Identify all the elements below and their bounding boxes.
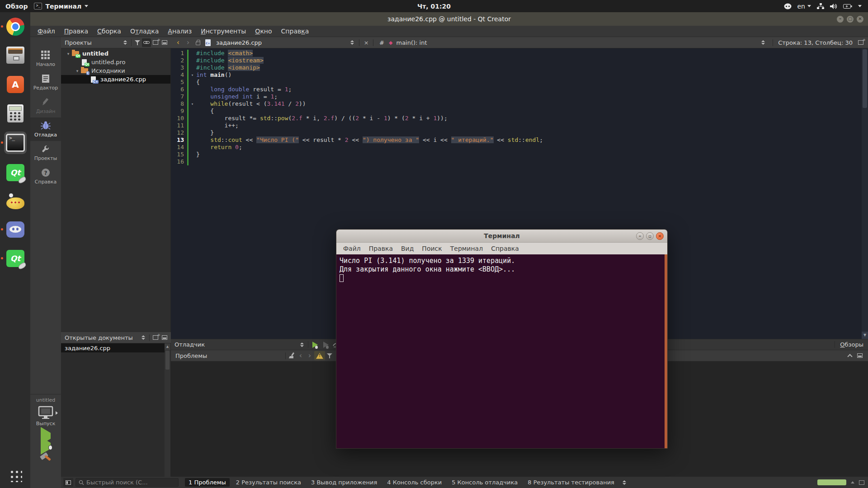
code-line-3[interactable]: 3#include <iomanip> <box>171 64 868 71</box>
split-panel-icon[interactable] <box>151 38 160 47</box>
menu-Справка[interactable]: Справка <box>277 28 314 35</box>
code-line-15[interactable]: 15} <box>171 151 868 158</box>
output-pane-button-3[interactable]: 3 Вывод приложения <box>307 478 381 487</box>
close-panel-icon[interactable] <box>160 38 169 47</box>
debugger-view-dropdown[interactable]: Отладчик <box>171 340 307 349</box>
maximize-panel-icon[interactable] <box>847 354 852 359</box>
show-warnings-toggle[interactable] <box>314 351 325 360</box>
output-pane-icon[interactable] <box>859 480 864 485</box>
tree-item-задание26.cpp[interactable]: C+задание26.cpp <box>61 75 170 84</box>
panel-dropdown-arrows[interactable] <box>620 478 629 487</box>
dock-item-calculator[interactable] <box>4 102 27 125</box>
output-pane-button-8[interactable]: 8 Результаты тестирования <box>524 478 618 487</box>
focused-app-menu[interactable]: >_ Терминал <box>34 3 88 10</box>
dock-item-file-cabinet[interactable] <box>4 44 27 66</box>
battery-icon[interactable] <box>843 4 852 9</box>
output-pane-button-5[interactable]: 5 Консоль отладчика <box>448 478 521 487</box>
close-button[interactable]: ✕ <box>656 232 664 240</box>
file-dropdown-arrows[interactable] <box>348 38 357 47</box>
scrollbar-thumb[interactable] <box>165 351 170 370</box>
menu-Отладка[interactable]: Отладка <box>126 28 163 35</box>
mode-pencil[interactable]: Дизайн <box>30 94 61 117</box>
minimize-button[interactable]: – <box>837 16 844 23</box>
terminal-menu-Терминал[interactable]: Терминал <box>446 245 487 252</box>
output-pane-button-4[interactable]: 4 Консоль сборки <box>383 478 445 487</box>
scrollbar-thumb[interactable] <box>863 49 867 108</box>
fold-marker-icon[interactable]: ▾ <box>189 71 196 79</box>
close-panel-icon[interactable] <box>857 353 863 358</box>
terminal-output[interactable]: Число PI (3.141) получено за 1339 итерац… <box>336 254 667 448</box>
terminal-menu-Правка[interactable]: Правка <box>365 245 397 252</box>
terminal-titlebar[interactable]: Терминал – ▫ ✕ <box>336 230 667 243</box>
code-line-13[interactable]: 13 std::cout << "Число PI (" << result *… <box>171 136 868 144</box>
mode-help[interactable]: ?Справка <box>30 164 61 188</box>
mode-bug[interactable]: Отладка <box>30 117 61 141</box>
sync-with-editor-icon[interactable] <box>142 38 151 47</box>
current-symbol-dropdown[interactable]: main(): int <box>396 39 427 46</box>
tree-item-Исходники[interactable]: ▾CИсходники <box>61 66 170 75</box>
debug-run-button[interactable] <box>41 443 51 449</box>
menu-Сборка[interactable]: Сборка <box>93 28 126 35</box>
terminal-menu-Справка[interactable]: Справка <box>487 245 523 252</box>
code-line-9[interactable]: 9 { <box>171 108 868 115</box>
panel-mode-dropdown[interactable] <box>121 38 130 47</box>
code-line-7[interactable]: 7 unsigned int i = 1; <box>171 93 868 100</box>
code-line-4[interactable]: 4▾int main() <box>171 71 868 79</box>
close-panel-icon[interactable] <box>160 333 169 342</box>
mode-grid[interactable]: Начало <box>30 47 61 70</box>
locator-search-input[interactable]: Быстрый поиск (C... <box>75 478 179 487</box>
split-panel-icon[interactable] <box>151 333 160 342</box>
close-button[interactable]: ✕ <box>857 16 863 23</box>
terminal-window[interactable]: Терминал – ▫ ✕ ФайлПравкаВидПоискТермина… <box>336 229 668 449</box>
dock-item-qt-creator[interactable]: Qt <box>4 161 27 184</box>
code-line-1[interactable]: 1#include <cmath> <box>171 50 868 57</box>
panel-mode-dropdown[interactable] <box>139 333 148 342</box>
code-line-10[interactable]: 10 result *= std::pow(2.f * i, 2.f) / ((… <box>171 115 868 122</box>
menu-Анализ[interactable]: Анализ <box>163 28 196 35</box>
dock-item-software-store[interactable]: A <box>4 73 27 96</box>
dock-item-terminal[interactable]: >_ <box>4 131 27 154</box>
clock[interactable]: Чт, 01:20 <box>0 3 868 10</box>
keyboard-layout-indicator[interactable]: en <box>797 3 811 10</box>
volume-icon[interactable] <box>830 3 837 9</box>
dock-item-qt-creator-2[interactable]: Qt <box>4 247 27 270</box>
code-line-16[interactable]: 16 <box>171 158 868 165</box>
scroll-down-icon[interactable]: ▼ <box>862 332 868 339</box>
tree-item-untitled[interactable]: ▾Qtuntitled <box>61 49 170 58</box>
discord-tray-icon[interactable] <box>784 3 792 9</box>
build-button[interactable] <box>39 453 52 465</box>
dock-item-show-applications[interactable] <box>4 464 27 487</box>
split-editor-icon[interactable] <box>856 38 865 47</box>
mode-wrench[interactable]: Проекты <box>30 141 61 164</box>
system-menu-chevron-icon[interactable] <box>858 5 862 7</box>
open-docs-scrollbar[interactable]: ▲ <box>165 343 170 477</box>
fold-marker-icon[interactable]: ▾ <box>189 100 196 108</box>
scroll-up-icon[interactable]: ▲ <box>165 343 170 350</box>
network-icon[interactable] <box>817 3 824 9</box>
code-line-2[interactable]: 2#include <iostream> <box>171 57 868 64</box>
debug-interrupt-icon[interactable] <box>321 340 331 349</box>
qt-creator-titlebar[interactable]: задание26.cpp @ untitled - Qt Creator – … <box>30 12 868 26</box>
filter-icon[interactable] <box>325 352 334 360</box>
open-file-dropdown[interactable]: задание26.cpp <box>216 39 262 46</box>
kit-selector[interactable]: untitled Выпуск <box>30 394 61 488</box>
kit-expand-arrow[interactable] <box>56 411 58 415</box>
forward-icon[interactable]: › <box>184 38 193 47</box>
terminal-menu-Поиск[interactable]: Поиск <box>418 245 446 252</box>
next-item-icon[interactable]: › <box>305 352 314 360</box>
output-pane-button-2[interactable]: 2 Результаты поиска <box>232 478 305 487</box>
output-pane-button-1[interactable]: 1 Проблемы <box>185 478 230 487</box>
menu-Окно[interactable]: Окно <box>250 28 276 35</box>
maximize-button[interactable]: ▫ <box>646 232 654 240</box>
back-icon[interactable]: ‹ <box>174 38 183 47</box>
collapse-icon[interactable] <box>851 481 854 483</box>
terminal-menu-Вид[interactable]: Вид <box>397 245 418 252</box>
menu-Правка[interactable]: Правка <box>60 28 93 35</box>
code-line-14[interactable]: 14 return 0; <box>171 144 868 151</box>
debug-continue-icon[interactable] <box>310 340 321 349</box>
mode-editor[interactable]: Редактор <box>30 70 61 94</box>
toggle-sidebar-icon[interactable] <box>63 478 73 487</box>
terminal-scrollbar[interactable] <box>665 254 667 448</box>
dock-item-discord[interactable] <box>4 218 27 241</box>
menu-Файл[interactable]: Файл <box>33 28 60 35</box>
